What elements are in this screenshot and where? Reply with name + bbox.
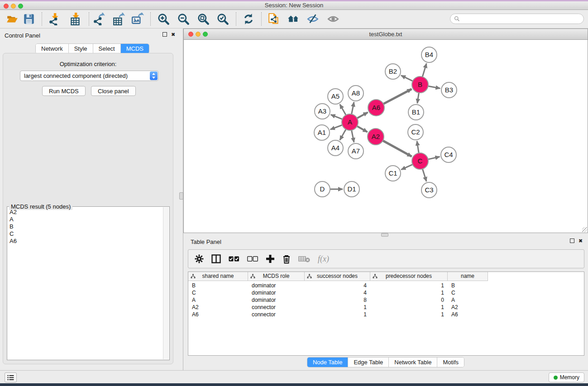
edge-C-C2[interactable]	[417, 141, 419, 153]
node-a5[interactable]: A5	[328, 89, 343, 104]
column-header-shared-name[interactable]: shared name	[188, 272, 248, 281]
zoom-fit-button[interactable]	[196, 11, 211, 27]
close-network-button[interactable]	[188, 32, 193, 37]
node-b[interactable]: B	[412, 76, 428, 93]
edge-A-A8[interactable]	[352, 102, 354, 114]
export-table-button[interactable]	[111, 11, 126, 27]
tab-network[interactable]: Network	[36, 44, 69, 53]
tab-select[interactable]: Select	[93, 44, 121, 53]
node-c1[interactable]: C1	[385, 166, 401, 181]
minimize-network-button[interactable]	[196, 32, 201, 37]
column-header-successor-nodes[interactable]: successor nodes	[305, 272, 370, 281]
edge-C-C4[interactable]	[428, 157, 440, 159]
import-network-button[interactable]	[47, 11, 62, 27]
result-item-b[interactable]: B	[8, 223, 161, 230]
node-d[interactable]: D	[315, 181, 330, 197]
zoom-window-button[interactable]	[18, 4, 23, 9]
edge-B-B1[interactable]	[417, 93, 419, 103]
table-row-b[interactable]: Bdominator41B	[188, 282, 488, 289]
open-file-button[interactable]	[5, 11, 20, 27]
node-b1[interactable]: B1	[408, 105, 424, 120]
edge-A-A4[interactable]	[340, 129, 346, 140]
column-layout-button[interactable]	[211, 253, 221, 264]
tab-node-table[interactable]: Node Table	[307, 357, 349, 367]
edge-A-A1[interactable]	[330, 125, 342, 129]
horizontal-splitter-handle[interactable]	[381, 233, 388, 237]
close-panel-button[interactable]: Close panel	[91, 86, 136, 96]
node-a8[interactable]: A8	[348, 86, 363, 101]
edge-A6-B[interactable]	[383, 89, 411, 104]
table-row-a6[interactable]: A6connector11A6	[188, 311, 488, 318]
node-b3[interactable]: B3	[441, 82, 457, 98]
export-image-button[interactable]	[130, 11, 145, 27]
close-table-panel-icon[interactable]: ✖	[578, 238, 583, 243]
search-input[interactable]	[460, 14, 583, 23]
tab-edge-table[interactable]: Edge Table	[348, 357, 389, 367]
zoom-out-button[interactable]	[176, 11, 191, 27]
memory-button[interactable]: Memory	[549, 372, 584, 382]
float-table-panel-icon[interactable]	[570, 238, 575, 243]
refresh-layout-button[interactable]	[241, 11, 256, 27]
column-header-name[interactable]: name	[448, 272, 488, 281]
node-a3[interactable]: A3	[315, 104, 330, 119]
minimize-window-button[interactable]	[11, 4, 16, 9]
table-row-c[interactable]: Cdominator41C	[188, 289, 488, 296]
node-b4[interactable]: B4	[421, 47, 437, 62]
node-c2[interactable]: C2	[408, 124, 423, 140]
new-network-from-selection-button[interactable]	[266, 11, 282, 27]
delete-column-button[interactable]	[282, 253, 291, 264]
column-header-predecessor-nodes[interactable]: predecessor nodes	[370, 272, 448, 281]
edge-A-A5[interactable]	[340, 104, 346, 115]
node-a2[interactable]: A2	[368, 129, 384, 145]
close-window-button[interactable]	[4, 4, 9, 9]
vertical-splitter-handle[interactable]	[179, 192, 183, 200]
first-neighbors-button[interactable]	[286, 11, 301, 27]
node-a1[interactable]: A1	[314, 125, 330, 140]
window-resize-grip[interactable]	[582, 227, 587, 232]
node-c[interactable]: C	[412, 153, 428, 169]
node-c4[interactable]: C4	[441, 147, 456, 162]
node-a[interactable]: A	[342, 114, 358, 130]
edge-A-A6[interactable]	[357, 112, 368, 118]
unselect-all-button[interactable]	[247, 253, 258, 264]
table-settings-button[interactable]	[195, 253, 204, 264]
result-scrollbar[interactable]	[163, 207, 169, 359]
save-session-button[interactable]	[21, 11, 37, 27]
table-row-a[interactable]: Adominator80A	[188, 296, 488, 304]
column-header-mcds-role[interactable]: MCDS role	[248, 272, 305, 281]
edge-C-C1[interactable]	[401, 164, 412, 169]
float-panel-icon[interactable]	[163, 32, 167, 37]
hide-selected-button[interactable]	[305, 11, 320, 27]
node-a7[interactable]: A7	[348, 143, 363, 159]
network-canvas[interactable]: B4B2BB3A8A5A6A3B1AC2A1A2A4A7C4CC1DD1C3	[184, 40, 588, 233]
edge-A-A3[interactable]	[331, 114, 343, 119]
network-window-titlebar[interactable]: testGlobe.txt	[184, 29, 588, 40]
add-column-button[interactable]	[266, 253, 275, 264]
zoom-selected-button[interactable]	[215, 11, 230, 27]
import-table-button[interactable]	[67, 11, 83, 27]
delete-table-button[interactable]	[298, 253, 310, 264]
select-all-button[interactable]	[229, 253, 239, 264]
result-item-a2[interactable]: A2	[8, 209, 161, 216]
tab-network-table[interactable]: Network Table	[389, 357, 437, 367]
table-row-a2[interactable]: A2connector11A2	[188, 304, 488, 311]
edge-C-C3[interactable]	[422, 169, 426, 181]
show-all-button[interactable]	[325, 11, 341, 27]
edge-B-B3[interactable]	[428, 86, 440, 88]
node-d1[interactable]: D1	[344, 181, 359, 197]
edge-A-A7[interactable]	[352, 130, 354, 143]
edge-A-A2[interactable]	[357, 126, 368, 132]
task-history-button[interactable]	[5, 372, 17, 382]
edge-A2-C[interactable]	[383, 141, 412, 157]
node-table[interactable]: shared nameMCDS rolesuccessor nodesprede…	[188, 272, 584, 356]
node-c3[interactable]: C3	[421, 182, 437, 198]
close-panel-icon[interactable]: ✖	[171, 32, 176, 37]
node-b2[interactable]: B2	[385, 64, 401, 79]
export-network-button[interactable]	[91, 11, 107, 27]
edge-B-B4[interactable]	[422, 63, 426, 77]
tab-motifs[interactable]: Motifs	[437, 357, 464, 367]
criterion-dropdown[interactable]: largest connected component (directed)	[20, 71, 158, 81]
node-a6[interactable]: A6	[368, 100, 384, 116]
node-a4[interactable]: A4	[328, 140, 343, 156]
result-item-c[interactable]: C	[8, 230, 161, 238]
